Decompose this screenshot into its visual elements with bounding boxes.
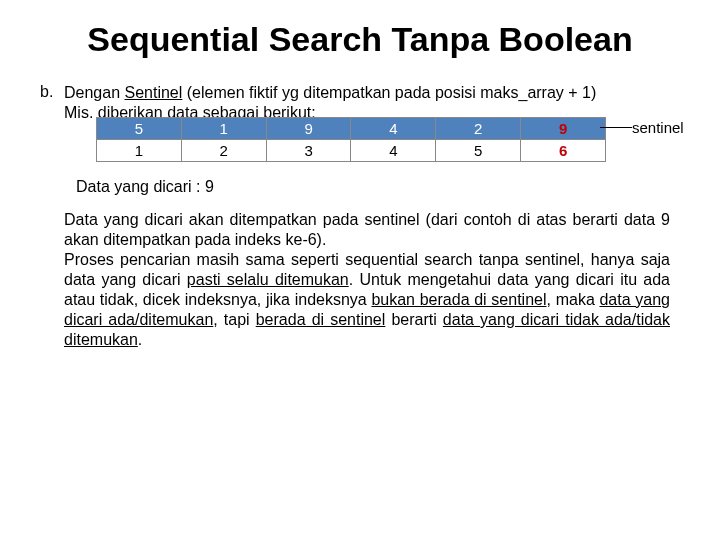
index-cell: 4	[351, 140, 436, 162]
intro-sentinel-word: Sentinel	[125, 84, 183, 101]
paragraph-2: Proses pencarian masih sama seperti sequ…	[64, 250, 670, 350]
p2-g: , tapi	[213, 311, 255, 328]
data-cell-sentinel: 9	[521, 118, 606, 140]
index-cell: 2	[181, 140, 266, 162]
page-title: Sequential Search Tanpa Boolean	[40, 20, 680, 59]
index-cell: 1	[97, 140, 182, 162]
table-row: 1 2 3 4 5 6	[97, 140, 606, 162]
intro-rest: (elemen fiktif yg ditempatkan pada posis…	[182, 84, 596, 101]
index-cell-sentinel: 6	[521, 140, 606, 162]
paragraph-1: Data yang dicari akan ditempatkan pada s…	[64, 210, 670, 250]
p2-h: berada di sentinel	[256, 311, 386, 328]
data-table: 5 1 9 4 2 9 1 2 3 4 5 6	[96, 117, 606, 162]
p2-k: .	[138, 331, 142, 348]
data-cell: 1	[181, 118, 266, 140]
sentinel-label: sentinel	[632, 119, 684, 136]
search-label: Data yang dicari : 9	[76, 178, 680, 196]
intro-prefix: Dengan	[64, 84, 125, 101]
data-cell: 4	[351, 118, 436, 140]
p2-e: , maka	[547, 291, 600, 308]
table-row: 5 1 9 4 2 9	[97, 118, 606, 140]
p2-i: berarti	[385, 311, 443, 328]
index-cell: 3	[266, 140, 351, 162]
table-wrap: 5 1 9 4 2 9 1 2 3 4 5 6 sentinel	[40, 117, 680, 162]
data-cell: 9	[266, 118, 351, 140]
p2-b: pasti selalu ditemukan	[187, 271, 349, 288]
data-cell: 5	[97, 118, 182, 140]
data-cell: 2	[436, 118, 521, 140]
sentinel-pointer-line	[600, 127, 632, 128]
p2-d: bukan berada di sentinel	[371, 291, 546, 308]
index-cell: 5	[436, 140, 521, 162]
